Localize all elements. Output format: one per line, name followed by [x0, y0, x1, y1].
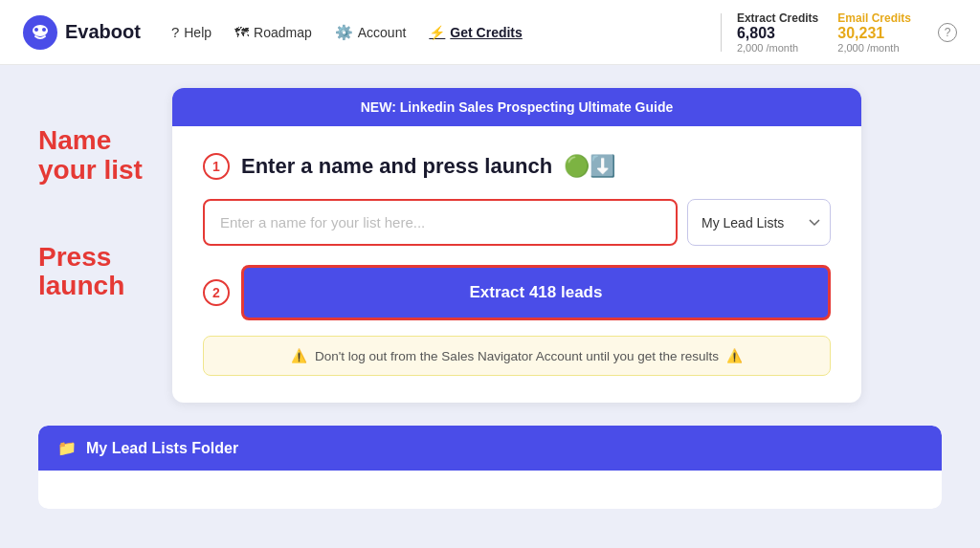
get-credits-button[interactable]: ⚡ Get Credits: [429, 25, 522, 40]
card-body: 1 Enter a name and press launch 🟢⬇️ My L…: [172, 126, 861, 403]
credits-help-icon[interactable]: ?: [938, 23, 957, 42]
step1-title: Enter a name and press launch 🟢⬇️: [241, 154, 615, 179]
logo-icon: [23, 15, 57, 50]
nav-account-label: Account: [358, 25, 407, 40]
email-credits-label: Email Credits: [837, 11, 911, 25]
get-credits-label: Get Credits: [450, 25, 522, 40]
nav-account[interactable]: ⚙️ Account: [335, 24, 407, 41]
warning-icon-right: ⚠️: [726, 348, 743, 363]
folder-body: [38, 471, 942, 509]
step2-number: 2: [203, 279, 230, 306]
nav-help[interactable]: ? Help: [171, 24, 212, 40]
nav-roadmap-label: Roadmap: [254, 25, 312, 40]
svg-point-2: [34, 28, 38, 32]
header: Evaboot ? Help 🗺 Roadmap ⚙️ Account ⚡ Ge…: [0, 0, 980, 65]
extract-credits-value: 6,803: [737, 25, 818, 42]
name-your-list-label: Nameyour list: [38, 126, 172, 186]
step2-row: 2 Extract 418 leads: [203, 265, 831, 320]
nav-roadmap[interactable]: 🗺 Roadmap: [234, 24, 312, 40]
nav-help-label: Help: [184, 25, 212, 40]
main-card: NEW: Linkedin Sales Prospecting Ultimate…: [172, 88, 861, 403]
logo-text: Evaboot: [65, 21, 141, 43]
lightning-icon: ⚡: [429, 25, 445, 40]
step1-header: 1 Enter a name and press launch 🟢⬇️: [203, 153, 831, 180]
warning-icon-left: ⚠️: [291, 348, 307, 363]
press-launch-label: Presslaunch: [38, 243, 172, 302]
side-labels: Nameyour list Presslaunch: [38, 88, 172, 403]
nav: ? Help 🗺 Roadmap ⚙️ Account ⚡ Get Credit…: [171, 24, 705, 41]
folder-header[interactable]: 📁 My Lead Lists Folder: [38, 426, 942, 471]
step1-icon: 🟢⬇️: [564, 154, 615, 178]
credits-section: Extract Credits 6,803 2,000 /month Email…: [737, 11, 957, 54]
svg-point-3: [42, 28, 46, 32]
account-icon: ⚙️: [335, 24, 353, 41]
email-credits-value: 30,231: [837, 25, 911, 42]
list-type-select[interactable]: My Lead Lists My Account Lists: [687, 199, 831, 246]
main-content: Nameyour list Presslaunch NEW: Linkedin …: [0, 65, 980, 426]
list-name-input[interactable]: [203, 199, 678, 246]
input-row: My Lead Lists My Account Lists: [203, 199, 831, 246]
extract-credits-label: Extract Credits: [737, 11, 818, 25]
card-banner[interactable]: NEW: Linkedin Sales Prospecting Ultimate…: [172, 88, 861, 126]
extract-credits-sub: 2,000 /month: [737, 42, 818, 54]
warning-text: Don't log out from the Sales Navigator A…: [315, 349, 719, 363]
folder-icon: 📁: [57, 439, 77, 457]
email-credits-sub: 2,000 /month: [837, 42, 911, 54]
help-icon: ?: [171, 24, 179, 40]
folder-section: 📁 My Lead Lists Folder: [38, 426, 942, 509]
roadmap-icon: 🗺: [234, 24, 249, 40]
folder-title: My Lead Lists Folder: [86, 440, 238, 457]
extract-button[interactable]: Extract 418 leads: [241, 265, 831, 320]
step1-number: 1: [203, 153, 230, 180]
header-divider: [721, 13, 722, 52]
logo-area: Evaboot: [23, 15, 141, 50]
warning-box: ⚠️ Don't log out from the Sales Navigato…: [203, 336, 831, 376]
extract-credits-block: Extract Credits 6,803 2,000 /month: [737, 11, 818, 54]
email-credits-block: Email Credits 30,231 2,000 /month: [837, 11, 911, 54]
